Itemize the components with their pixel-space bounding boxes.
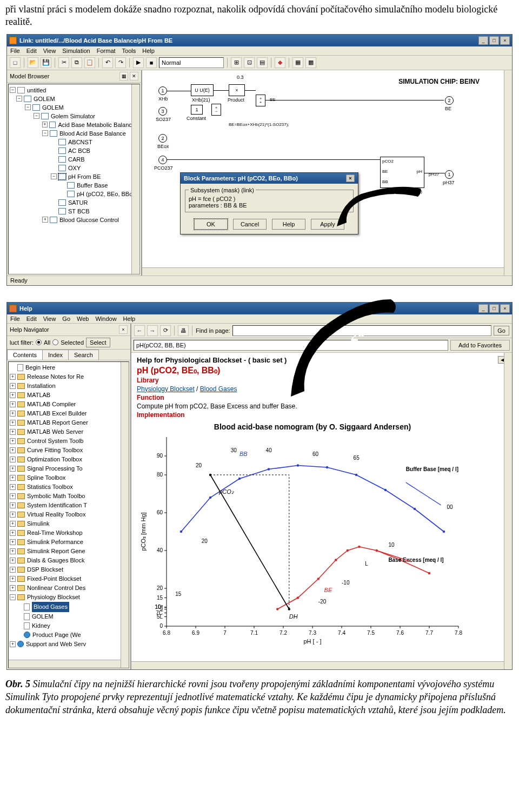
maximize-button[interactable]: □ bbox=[489, 36, 499, 45]
nomogram-chart: Blood acid-base nomogram (by O. Siggaard… bbox=[137, 421, 472, 648]
browser-icon-2[interactable]: ✕ bbox=[130, 72, 138, 80]
svg-text:BE: BE bbox=[324, 587, 332, 593]
help-tree[interactable]: Begin Here +Release Notes for Re +Instal… bbox=[8, 361, 129, 668]
model-browser-panel: Model Browser ▦ ✕ −untitled −GOLEM −GOLE… bbox=[7, 70, 142, 276]
save-icon[interactable]: 💾 bbox=[41, 57, 51, 68]
lib-link-2[interactable]: Blood Gases bbox=[200, 385, 237, 393]
filter-selected-radio[interactable] bbox=[52, 339, 58, 345]
filter-label: luct filter: bbox=[10, 339, 34, 346]
inport-3[interactable]: 3 bbox=[158, 107, 167, 116]
tree-scrollbar[interactable] bbox=[131, 84, 139, 274]
tab-search[interactable]: Search bbox=[68, 350, 99, 360]
browser-icon-1[interactable]: ▦ bbox=[119, 72, 128, 80]
sim-mode-dropdown[interactable]: Normal bbox=[159, 57, 224, 68]
product-block[interactable]: × bbox=[229, 84, 245, 96]
callout-arrow-2: 2ⁿᵈ bbox=[283, 297, 412, 405]
forward-icon[interactable]: → bbox=[147, 325, 158, 336]
help-maximize-button[interactable]: □ bbox=[489, 304, 499, 313]
svg-text:60: 60 bbox=[312, 451, 319, 457]
help-menu-file[interactable]: File bbox=[10, 316, 20, 322]
inport-4[interactable]: 4 bbox=[158, 156, 167, 164]
help-navigator: Help Navigator × luct filter: All Select… bbox=[7, 324, 131, 669]
svg-text:20: 20 bbox=[202, 538, 208, 544]
sum-block-1[interactable]: +− bbox=[211, 104, 221, 116]
content-hscroll[interactable] bbox=[131, 661, 504, 669]
svg-text:90: 90 bbox=[157, 453, 163, 459]
tool-icon-2[interactable]: ⊡ bbox=[244, 57, 255, 68]
svg-point-57 bbox=[355, 474, 357, 476]
ok-button[interactable]: OK bbox=[194, 219, 228, 230]
cut-icon[interactable]: ✂ bbox=[58, 57, 69, 68]
outport-2-label: BE bbox=[445, 106, 451, 111]
canvas-scrollbar-h[interactable] bbox=[142, 267, 504, 276]
help-minimize-button[interactable]: _ bbox=[478, 304, 488, 313]
constant-block[interactable]: 1 bbox=[191, 105, 203, 115]
help-tree-selected: Blood Gases bbox=[32, 602, 69, 612]
stop-icon[interactable]: ■ bbox=[146, 57, 157, 68]
redo-icon[interactable]: ↷ bbox=[115, 57, 126, 68]
help-menu-window[interactable]: Window bbox=[95, 316, 116, 322]
lookup-block-1[interactable]: U U(E) bbox=[191, 84, 214, 96]
inport-2-label: BEox bbox=[157, 144, 169, 149]
paste-icon[interactable]: 📋 bbox=[84, 57, 95, 68]
tool-icon-6[interactable]: ▩ bbox=[305, 57, 316, 68]
menu-edit[interactable]: Edit bbox=[26, 48, 37, 54]
filter-select-button[interactable]: Select bbox=[86, 338, 110, 347]
svg-text:30: 30 bbox=[231, 447, 237, 453]
help-menu-view[interactable]: View bbox=[43, 316, 56, 322]
help-window: Help _ □ × File Edit View Go Web Window … bbox=[6, 302, 513, 670]
outport-2[interactable]: 2 bbox=[445, 96, 454, 105]
content-scrollbar[interactable] bbox=[504, 353, 512, 669]
menu-file[interactable]: File bbox=[10, 48, 20, 54]
undo-icon[interactable]: ↶ bbox=[102, 57, 113, 68]
add-favorites-button[interactable]: Add to Favorites bbox=[450, 340, 510, 351]
help-menu-go[interactable]: Go bbox=[62, 316, 70, 322]
copy-icon[interactable]: ⧉ bbox=[71, 57, 82, 68]
tab-index[interactable]: Index bbox=[42, 350, 69, 360]
print-icon[interactable]: 🖶 bbox=[178, 325, 189, 336]
tool-icon-4[interactable]: ◆ bbox=[275, 57, 285, 68]
tool-icon-3[interactable]: ▤ bbox=[257, 57, 268, 68]
model-tree[interactable]: −untitled −GOLEM −GOLEM −Golem Simulator… bbox=[8, 84, 140, 274]
content-heading: Help for Physiological Blockset - ( basi… bbox=[137, 356, 287, 364]
inport-1[interactable]: 1 bbox=[158, 86, 167, 95]
help-tree-hscroll[interactable] bbox=[9, 660, 121, 668]
close-button[interactable]: × bbox=[500, 36, 510, 45]
open-icon[interactable]: 📂 bbox=[28, 57, 38, 68]
navigator-close-icon[interactable]: × bbox=[119, 325, 128, 334]
help-close-button[interactable]: × bbox=[500, 304, 510, 313]
tool-icon-1[interactable]: ⊞ bbox=[231, 57, 242, 68]
sum-block-2[interactable]: ++ bbox=[256, 95, 265, 106]
constant-label: Constant bbox=[187, 116, 206, 121]
svg-text:20: 20 bbox=[196, 462, 202, 468]
help-menu-web[interactable]: Web bbox=[77, 316, 89, 322]
tab-contents[interactable]: Contents bbox=[7, 350, 43, 360]
menu-tools[interactable]: Tools bbox=[122, 48, 136, 54]
cancel-button[interactable]: Cancel bbox=[233, 219, 267, 230]
help-tree-scrollbar[interactable] bbox=[121, 362, 129, 668]
outport-1[interactable]: 1 bbox=[445, 170, 454, 179]
svg-text:20: 20 bbox=[157, 585, 163, 591]
help-titlebar: Help _ □ × bbox=[7, 303, 512, 314]
reload-icon[interactable]: ⟳ bbox=[160, 325, 171, 336]
svg-text:7.4: 7.4 bbox=[338, 630, 345, 636]
help-menu-edit[interactable]: Edit bbox=[26, 316, 37, 322]
menu-view[interactable]: View bbox=[43, 48, 56, 54]
inport-2[interactable]: 2 bbox=[158, 134, 167, 143]
new-icon[interactable]: □ bbox=[10, 57, 21, 68]
help-menu-help[interactable]: Help bbox=[123, 316, 136, 322]
back-icon[interactable]: ← bbox=[134, 325, 145, 336]
svg-point-53 bbox=[238, 478, 241, 480]
help-button[interactable]: Help bbox=[272, 219, 305, 230]
filter-all-radio[interactable] bbox=[36, 339, 42, 345]
go-button[interactable]: Go bbox=[494, 326, 509, 335]
tool-icon-5[interactable]: ▦ bbox=[292, 57, 303, 68]
menu-simulation[interactable]: Simulation bbox=[62, 48, 90, 54]
play-icon[interactable]: ▶ bbox=[133, 57, 144, 68]
menu-help[interactable]: Help bbox=[142, 48, 155, 54]
lib-link-1[interactable]: Physiology Blockset bbox=[137, 385, 195, 393]
menu-format[interactable]: Format bbox=[97, 48, 116, 54]
minimize-button[interactable]: _ bbox=[478, 36, 488, 45]
canvas-scrollbar-v[interactable] bbox=[504, 70, 512, 276]
svg-text:7.1: 7.1 bbox=[250, 630, 258, 636]
